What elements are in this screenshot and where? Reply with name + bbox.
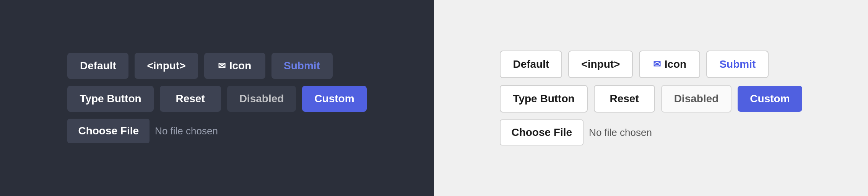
light-input-button[interactable]: <input> [568, 51, 633, 78]
dark-no-file-text: No file chosen [155, 125, 218, 137]
dark-custom-button[interactable]: Custom [302, 86, 366, 112]
dark-icon-button-label: Icon [229, 60, 252, 72]
envelope-icon-light: ✉ [653, 59, 661, 70]
dark-file-row: Choose File No file chosen [67, 119, 218, 143]
dark-choose-file-button[interactable]: Choose File [67, 119, 150, 143]
dark-reset-button[interactable]: Reset [160, 86, 221, 112]
light-reset-button[interactable]: Reset [594, 85, 655, 113]
light-row-1: Default <input> ✉ Icon Submit [500, 51, 769, 78]
light-disabled-button: Disabled [661, 85, 732, 113]
light-submit-button[interactable]: Submit [706, 51, 769, 78]
light-icon-button[interactable]: ✉ Icon [639, 51, 700, 78]
light-custom-button[interactable]: Custom [738, 86, 802, 112]
dark-button-grid: Default <input> ✉ Icon Submit Type Butto… [67, 53, 366, 143]
dark-disabled-button: Disabled [227, 86, 296, 112]
light-no-file-text: No file chosen [589, 127, 652, 139]
light-file-row: Choose File No file chosen [500, 119, 652, 145]
light-type-button[interactable]: Type Button [500, 85, 587, 113]
dark-row-2: Type Button Reset Disabled Custom [67, 86, 366, 112]
envelope-icon: ✉ [218, 60, 226, 71]
dark-row-1: Default <input> ✉ Icon Submit [67, 53, 332, 79]
light-default-button[interactable]: Default [500, 51, 562, 78]
light-row-2: Type Button Reset Disabled Custom [500, 85, 802, 113]
light-choose-file-button[interactable]: Choose File [500, 119, 584, 145]
dark-panel: Default <input> ✉ Icon Submit Type Butto… [0, 0, 434, 196]
light-button-grid: Default <input> ✉ Icon Submit Type Butto… [500, 51, 802, 145]
dark-default-button[interactable]: Default [67, 53, 128, 79]
light-icon-button-label: Icon [665, 58, 687, 70]
dark-input-button[interactable]: <input> [135, 53, 198, 79]
dark-submit-button[interactable]: Submit [271, 53, 333, 79]
light-panel: Default <input> ✉ Icon Submit Type Butto… [434, 0, 868, 196]
dark-type-button[interactable]: Type Button [67, 86, 153, 112]
dark-icon-button[interactable]: ✉ Icon [204, 53, 265, 79]
